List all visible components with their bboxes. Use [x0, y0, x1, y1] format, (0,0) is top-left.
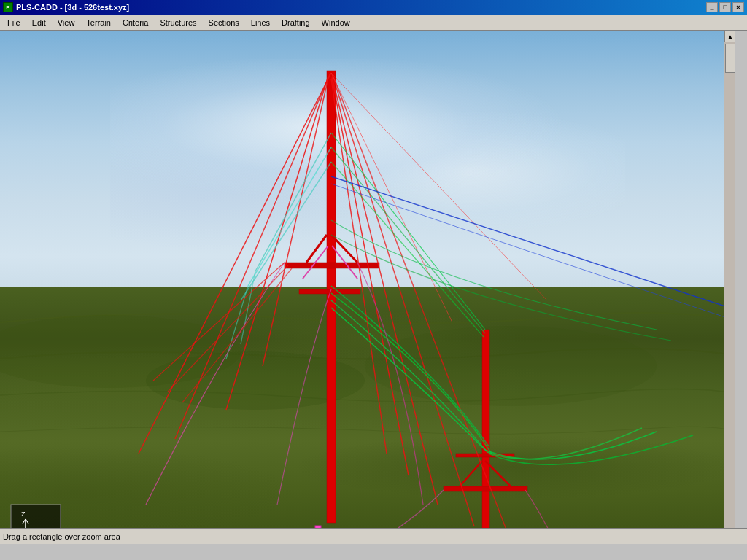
menu-edit[interactable]: Edit	[26, 15, 52, 30]
svg-rect-13	[444, 486, 527, 491]
menu-criteria[interactable]: Criteria	[117, 15, 154, 30]
minimize-button[interactable]: _	[706, 2, 718, 12]
viewport-3d[interactable]: Z X Y ▲ ▼	[0, 31, 735, 544]
svg-text:Z: Z	[21, 510, 26, 518]
svg-point-4	[365, 326, 657, 406]
menu-structures[interactable]: Structures	[154, 15, 202, 30]
status-text: Drag a rectangle over zoom area	[3, 532, 120, 541]
scroll-thumb-vertical[interactable]	[725, 44, 735, 73]
maximize-button[interactable]: □	[719, 2, 731, 12]
menu-drafting[interactable]: Drafting	[276, 15, 316, 30]
svg-rect-12	[482, 330, 489, 544]
scene-svg: Z X Y	[0, 31, 735, 544]
menu-lines[interactable]: Lines	[245, 15, 276, 30]
status-bar: Drag a rectangle over zoom area	[0, 528, 747, 544]
svg-rect-6	[285, 262, 379, 268]
menu-bar: File Edit View Terrain Criteria Structur…	[0, 15, 747, 31]
menu-file[interactable]: File	[1, 15, 26, 30]
title-bar: P PLS-CADD - [3d - 526test.xyz] _ □ ×	[0, 0, 747, 15]
close-button[interactable]: ×	[732, 2, 744, 12]
title-bar-controls[interactable]: _ □ ×	[706, 2, 744, 12]
scrollbar-right[interactable]: ▲ ▼	[724, 31, 735, 544]
main-area: Z X Y ▲ ▼	[0, 31, 747, 544]
scroll-track-vertical[interactable]	[724, 42, 735, 532]
scroll-up-button[interactable]: ▲	[724, 31, 735, 42]
menu-terrain[interactable]: Terrain	[80, 15, 117, 30]
menu-sections[interactable]: Sections	[203, 15, 245, 30]
menu-view[interactable]: View	[52, 15, 81, 30]
menu-window[interactable]: Window	[316, 15, 356, 30]
title-bar-left: P PLS-CADD - [3d - 526test.xyz]	[3, 2, 129, 12]
app-icon: P	[3, 2, 13, 12]
window-title: PLS-CADD - [3d - 526test.xyz]	[16, 3, 129, 12]
